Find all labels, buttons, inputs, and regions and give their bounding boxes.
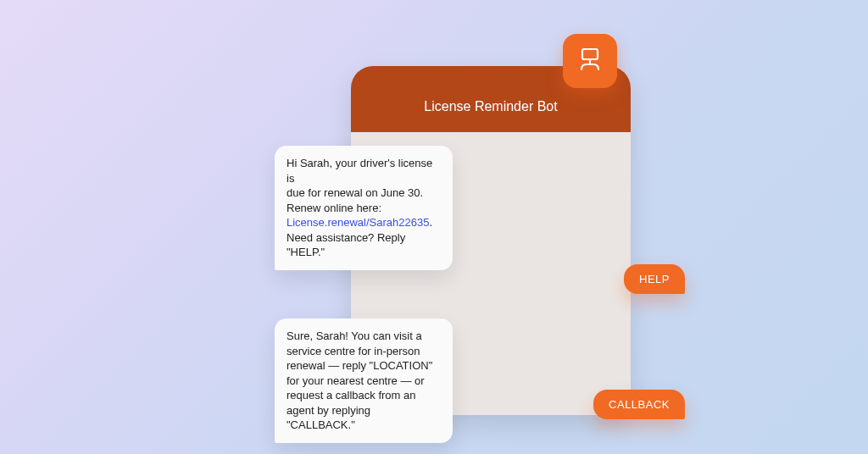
- text-line: for your nearest centre — or: [287, 374, 425, 387]
- user-reply-help[interactable]: HELP: [624, 264, 685, 294]
- text-line: agent by replying "CALLBACK.": [287, 404, 370, 432]
- app-background: License Reminder Bot Hi Sarah, your driv…: [0, 0, 868, 454]
- chat-window: License Reminder Bot Hi Sarah, your driv…: [351, 66, 631, 415]
- reply-label: CALLBACK: [609, 398, 670, 411]
- chat-title: License Reminder Bot: [424, 99, 557, 114]
- chat-header: License Reminder Bot: [351, 66, 631, 132]
- text-line: .: [429, 216, 432, 229]
- user-reply-callback[interactable]: CALLBACK: [593, 390, 685, 419]
- bot-message-2: Sure, Sarah! You can visit a service cen…: [275, 318, 453, 443]
- text-line: request a callback from an: [287, 389, 415, 401]
- bot-message-1: Hi Sarah, your driver's license is due f…: [275, 146, 453, 270]
- text-line: Hi Sarah, your driver's license is: [287, 157, 432, 185]
- renewal-link[interactable]: License.renewal/Sarah22635: [287, 216, 429, 229]
- bot-desk-icon: [575, 44, 605, 78]
- reply-label: HELP: [639, 273, 670, 285]
- text-line: service centre for in-person: [287, 345, 420, 357]
- text-line: due for renewal on June 30.: [287, 186, 423, 199]
- svg-rect-0: [582, 49, 598, 59]
- text-line: Renew online here:: [287, 202, 381, 214]
- text-line: renewal — reply "LOCATION": [287, 359, 432, 372]
- text-line: Sure, Sarah! You can visit a: [287, 329, 422, 342]
- bot-avatar-badge: [563, 34, 617, 88]
- text-line: Need assistance? Reply "HELP.": [287, 231, 405, 259]
